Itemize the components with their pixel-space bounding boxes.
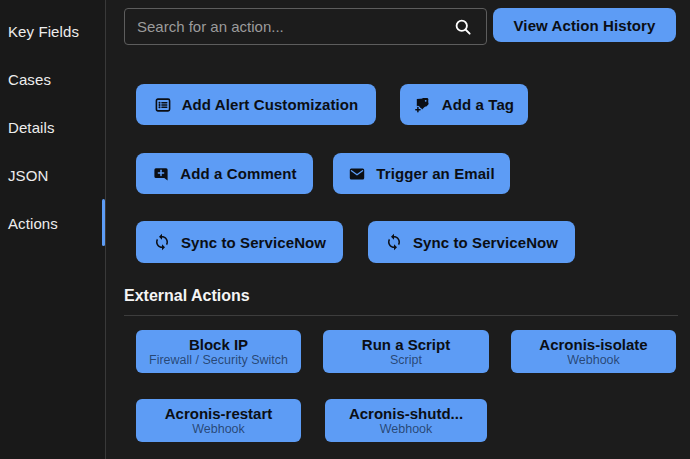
comment-plus-icon bbox=[152, 165, 170, 183]
external-action-card-block-ip[interactable]: Block IP Firewall / Security Switch bbox=[136, 330, 301, 373]
search-icon[interactable] bbox=[453, 17, 473, 37]
card-title: Block IP bbox=[189, 336, 248, 353]
external-action-card-acronis-shutdown[interactable]: Acronis-shutd... Webhook bbox=[325, 399, 487, 442]
active-tab-indicator bbox=[102, 199, 105, 246]
add-alert-customization-button[interactable]: Add Alert Customization bbox=[136, 84, 376, 125]
sidebar-item-details[interactable]: Details bbox=[8, 117, 55, 139]
external-actions-title: External Actions bbox=[124, 287, 250, 305]
action-search-box bbox=[124, 8, 487, 45]
sidebar-item-cases[interactable]: Cases bbox=[8, 69, 51, 91]
add-a-comment-button[interactable]: Add a Comment bbox=[136, 153, 313, 194]
sync-to-servicenow-button-2[interactable]: Sync to ServiceNow bbox=[368, 221, 575, 263]
action-button-label: Trigger an Email bbox=[376, 165, 494, 182]
alert-customization-icon bbox=[154, 96, 172, 114]
section-divider bbox=[124, 315, 678, 316]
sidebar-item-actions[interactable]: Actions bbox=[8, 213, 58, 235]
view-action-history-button[interactable]: View Action History bbox=[493, 8, 676, 42]
card-title: Acronis-shutd... bbox=[349, 405, 463, 422]
card-subtitle: Webhook bbox=[380, 422, 433, 437]
external-action-card-acronis-restart[interactable]: Acronis-restart Webhook bbox=[136, 399, 301, 442]
sync-icon bbox=[153, 233, 171, 251]
sync-icon bbox=[385, 233, 403, 251]
card-title: Acronis-isolate bbox=[539, 336, 647, 353]
actions-panel: Key Fields Cases Details JSON Actions Vi… bbox=[0, 0, 690, 459]
trigger-an-email-button[interactable]: Trigger an Email bbox=[333, 153, 510, 194]
card-subtitle: Webhook bbox=[567, 353, 620, 368]
sidebar-item-key-fields[interactable]: Key Fields bbox=[8, 21, 79, 43]
action-button-label: Add a Comment bbox=[180, 165, 296, 182]
card-subtitle: Webhook bbox=[192, 422, 245, 437]
search-input[interactable] bbox=[125, 9, 453, 44]
sidebar: Key Fields Cases Details JSON Actions bbox=[0, 0, 106, 459]
external-action-card-run-a-script[interactable]: Run a Script Script bbox=[323, 330, 489, 373]
sidebar-item-json[interactable]: JSON bbox=[8, 165, 48, 187]
action-button-label: Add Alert Customization bbox=[182, 96, 359, 113]
action-button-label: Sync to ServiceNow bbox=[181, 234, 326, 251]
card-title: Run a Script bbox=[362, 336, 450, 353]
card-title: Acronis-restart bbox=[165, 405, 273, 422]
sync-to-servicenow-button-1[interactable]: Sync to ServiceNow bbox=[136, 221, 343, 263]
action-button-label: Add a Tag bbox=[442, 96, 514, 113]
tag-plus-icon bbox=[414, 96, 432, 114]
external-action-card-acronis-isolate[interactable]: Acronis-isolate Webhook bbox=[511, 330, 676, 373]
email-icon bbox=[348, 165, 366, 183]
add-a-tag-button[interactable]: Add a Tag bbox=[400, 84, 528, 125]
card-subtitle: Script bbox=[390, 353, 422, 368]
card-subtitle: Firewall / Security Switch bbox=[149, 353, 288, 368]
action-button-label: Sync to ServiceNow bbox=[413, 234, 558, 251]
